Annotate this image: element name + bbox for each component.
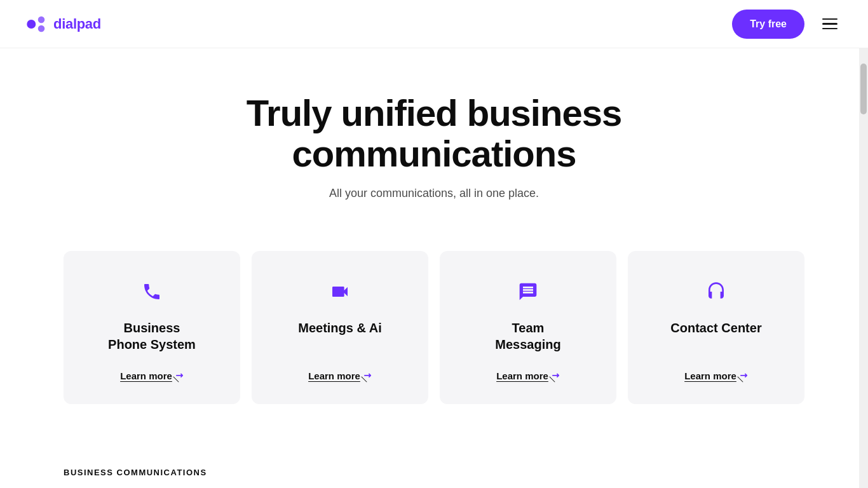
card-contact-center-arrow-icon: ↗ (738, 369, 750, 382)
menu-line-2 (822, 23, 837, 25)
card-contact-center-title: Contact Center (670, 320, 761, 336)
section-tag: BUSINESS COMMUNICATIONS (64, 468, 804, 477)
scrollbar-track[interactable] (859, 0, 868, 488)
card-business-phone-link[interactable]: Learn more ↗ (120, 370, 184, 381)
video-svg (330, 281, 350, 302)
headset-svg (706, 281, 726, 302)
hero-subtitle: All your communications, all in one plac… (25, 187, 843, 200)
phone-icon (137, 276, 167, 307)
logo-text: dialpad (53, 16, 101, 32)
card-team-messaging-title: TeamMessaging (495, 320, 560, 353)
video-icon (325, 276, 355, 307)
card-meetings-ai-title: Meetings & Ai (298, 320, 382, 336)
svg-point-1 (38, 16, 45, 23)
card-business-phone: BusinessPhone System Learn more ↗ (64, 251, 240, 404)
hero-section: Truly unified business communications Al… (0, 48, 868, 226)
card-meetings-ai: Meetings & Ai Learn more ↗ (252, 251, 428, 404)
card-contact-center-link[interactable]: Learn more ↗ (684, 370, 748, 381)
logo[interactable]: dialpad (25, 15, 101, 33)
svg-point-0 (27, 20, 36, 29)
headset-icon (701, 276, 731, 307)
card-contact-center: Contact Center Learn more ↗ (628, 251, 804, 404)
card-business-phone-title: BusinessPhone System (108, 320, 196, 353)
card-team-messaging-link-text: Learn more (496, 370, 548, 381)
card-team-messaging-arrow-icon: ↗ (550, 369, 562, 382)
card-meetings-ai-link-text: Learn more (308, 370, 360, 381)
phone-svg (142, 281, 162, 302)
nav-right: Try free (732, 10, 843, 39)
cards-section: BusinessPhone System Learn more ↗ Meetin… (0, 226, 868, 442)
chat-icon (513, 276, 543, 307)
card-business-phone-link-text: Learn more (120, 370, 172, 381)
hero-title: Truly unified business communications (148, 93, 720, 174)
svg-point-2 (38, 25, 45, 32)
menu-line-1 (822, 18, 837, 20)
card-business-phone-arrow-icon: ↗ (173, 369, 186, 382)
cards-grid: BusinessPhone System Learn more ↗ Meetin… (64, 251, 804, 404)
card-team-messaging-link[interactable]: Learn more ↗ (496, 370, 560, 381)
scrollbar-thumb[interactable] (860, 64, 867, 114)
card-contact-center-link-text: Learn more (684, 370, 736, 381)
navigation: dialpad Try free (0, 0, 868, 48)
chat-svg (518, 281, 538, 302)
menu-line-3 (822, 28, 837, 30)
card-meetings-ai-link[interactable]: Learn more ↗ (308, 370, 372, 381)
try-free-button[interactable]: Try free (732, 10, 804, 39)
dialpad-logo-icon (25, 15, 48, 33)
card-team-messaging: TeamMessaging Learn more ↗ (440, 251, 616, 404)
card-meetings-ai-arrow-icon: ↗ (362, 369, 374, 382)
menu-button[interactable] (817, 13, 843, 35)
bottom-section: BUSINESS COMMUNICATIONS Connect everyone… (0, 442, 868, 488)
